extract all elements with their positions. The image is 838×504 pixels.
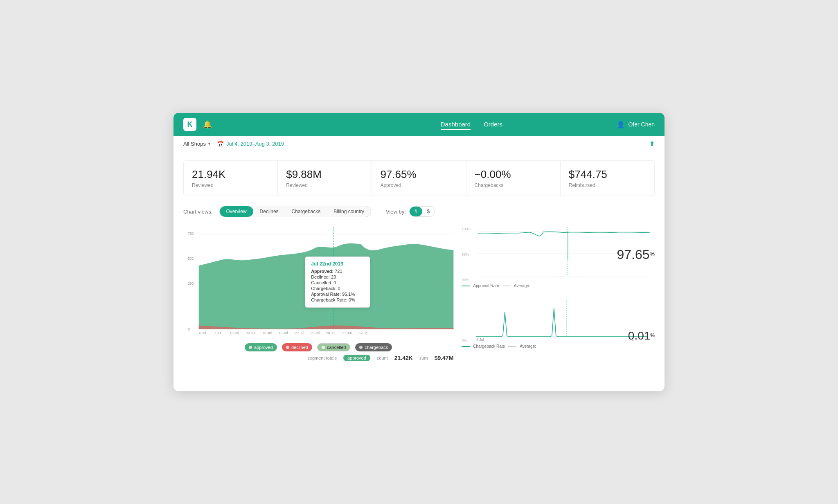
legend-dot-cancelled [322,346,325,349]
svg-text:500: 500 [188,256,194,261]
approval-average-line-icon [502,286,511,286]
approval-avg-value: 97.65 [617,247,649,262]
svg-text:22 Jul: 22 Jul [295,331,304,335]
stat-value-reviewed-amount: $9.88M [286,168,363,181]
approval-average-label: Average: [514,284,530,288]
chart-controls: Chart views: Overview Declines Chargebac… [183,206,655,217]
chargeback-rate-svg: 4 Jul 3 [470,300,655,341]
svg-text:0: 0 [188,327,190,331]
svg-text:13 Jul: 13 Jul [246,331,256,335]
segment-badge: approved [343,355,370,361]
main-chart: 750 500 250 0 [183,224,453,361]
charts-area: 750 500 250 0 [183,224,655,361]
user-icon: 👤 [617,121,625,128]
stat-label-reviewed-count: Reviewed [192,182,269,188]
svg-text:3 Aug: 3 Aug [358,331,367,335]
stat-approved: 97.65% Approved [372,161,466,196]
chart-tab-overview[interactable]: Overview [220,206,253,217]
date-range-picker[interactable]: 📅 Jul 4, 2019–Aug 3, 2019 [217,141,284,147]
logo[interactable]: K [183,118,196,131]
chargeback-y-0: 0% [462,338,467,342]
chart-tab-chargebacks[interactable]: Chargebacks [285,206,327,217]
approval-y-95: 95% [462,252,471,256]
chargeback-avg-suffix: % [650,333,655,338]
approval-avg-display: 97.65% [617,247,655,262]
segment-sum-value: $9.47M [435,355,454,361]
user-menu[interactable]: 👤 Ofer Chen [617,121,655,128]
chargeback-rate-legend: Chargeback Rate Average: [462,344,655,349]
date-range-text: Jul 4, 2019–Aug 3, 2019 [226,141,284,147]
stat-value-approved: 97.65% [380,168,457,181]
shops-selector[interactable]: All Shops ▾ [183,141,210,147]
main-chart-svg-container: 750 500 250 0 [183,224,453,340]
legend-approved: approved [245,343,277,351]
calendar-icon: 📅 [217,141,224,147]
chart-tab-declines[interactable]: Declines [253,206,285,217]
chart-tabs: Overview Declines Chargebacks Billing co… [219,206,371,217]
view-by-count[interactable]: # [410,207,422,216]
top-nav: K 🔔 Dashboard Orders 👤 Ofer Chen [173,113,665,136]
approval-line-icon [462,286,470,286]
stat-reviewed-amount: $9.88M Reviewed [278,161,372,196]
legend-cancelled: cancelled [317,343,350,351]
chart-tab-billing-country[interactable]: Billing country [327,206,371,217]
stat-label-chargebacks: Chargebacks [475,182,552,188]
legend-declined: declined [282,343,312,351]
svg-text:750: 750 [188,232,194,236]
legend-dot-approved [249,346,252,349]
app-window: K 🔔 Dashboard Orders 👤 Ofer Chen All Sho… [173,113,665,391]
sub-header-actions: ⬆ [649,140,655,148]
svg-text:10 Jul: 10 Jul [230,331,239,335]
segment-totals: segment totals approved count 21.42K sum… [183,355,453,361]
segment-count-label: count [377,356,388,360]
svg-text:250: 250 [188,281,194,286]
logo-text: K [187,120,193,129]
chargeback-average-line-icon [508,346,516,347]
svg-text:31 Jul: 31 Jul [342,331,352,335]
main-chart-svg: 750 500 250 0 [183,224,453,338]
chart-views-label: Chart views: [183,209,213,215]
approval-rate-chart: 100% 95% 90% [462,224,655,293]
svg-text:16 Jul: 16 Jul [262,331,272,335]
svg-text:28 Jul: 28 Jul [326,331,336,335]
stat-value-chargebacks: ~0.00% [475,168,552,181]
approval-rate-label: Approval Rate [473,284,499,288]
segment-count-value: 21.42K [394,355,413,361]
nav-link-dashboard[interactable]: Dashboard [441,119,471,130]
stat-reimbursed: $744.75 Reimbursed [561,161,654,196]
segment-totals-label: segment totals [307,356,337,360]
chart-legend: approved declined cancelled chargeback [183,343,453,351]
view-by-buttons: # $ [409,206,435,217]
legend-chargeback: chargeback [355,343,392,351]
chargeback-rate-chart: 0% 4 Jul 3 0.01% [462,297,655,361]
sub-header: All Shops ▾ 📅 Jul 4, 2019–Aug 3, 2019 ⬆ [173,136,665,152]
approval-rate-legend: Approval Rate Average: [462,284,655,288]
nav-link-orders[interactable]: Orders [484,119,502,130]
chargeback-line-icon [462,346,470,347]
side-charts: 100% 95% 90% [462,224,655,361]
chargeback-avg-display: 0.01% [628,329,655,342]
svg-text:4 Jul: 4 Jul [199,331,206,335]
legend-dot-chargeback [359,346,363,349]
user-name: Ofer Chen [628,121,655,128]
legend-dot-declined [286,346,289,349]
approval-avg-suffix: % [650,251,655,257]
stat-label-reimbursed: Reimbursed [569,182,646,188]
svg-text:7 Jul: 7 Jul [214,331,221,335]
stat-value-reviewed-count: 21.94K [192,168,269,181]
stat-reviewed-count: 21.94K Reviewed [184,161,278,196]
nav-links: Dashboard Orders [441,119,502,130]
chargeback-rate-label: Chargeback Rate [473,344,505,349]
view-by-sum[interactable]: $ [422,207,435,216]
notification-bell-icon[interactable]: 🔔 [203,120,212,129]
export-button[interactable]: ⬆ [649,140,655,148]
chargeback-avg-value: 0.01 [628,329,651,342]
stat-chargebacks: ~0.00% Chargebacks [466,161,561,196]
stat-value-reimbursed: $744.75 [569,168,646,181]
chargeback-average-label: Average: [520,344,536,349]
approval-y-90: 90% [462,278,471,282]
stats-row: 21.94K Reviewed $9.88M Reviewed 97.65% A… [183,160,655,196]
segment-sum-label: sum [419,356,428,360]
view-by: View by: # $ [386,206,435,217]
svg-text:4 Jul: 4 Jul [476,338,484,342]
